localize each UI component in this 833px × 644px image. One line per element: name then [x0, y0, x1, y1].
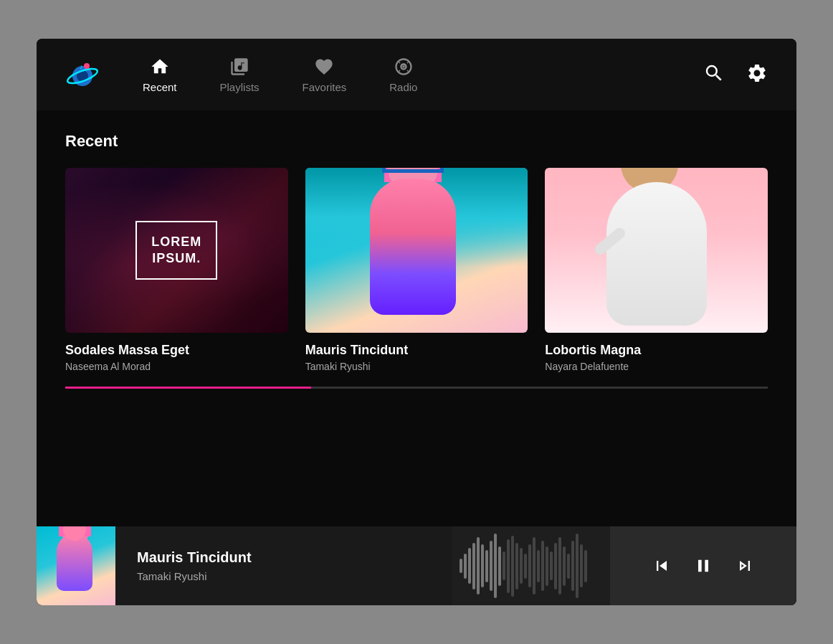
search-button[interactable]: [703, 62, 725, 87]
card-artwork-teal: [305, 168, 528, 333]
card-lobortis[interactable]: Lobortis Magna Nayara Delafuente: [545, 168, 768, 372]
logo: ♪: [65, 56, 100, 93]
card-artist-3: Nayara Delafuente: [545, 361, 768, 372]
card-image-1: LOREM IPSUM.: [65, 168, 288, 333]
card-image-3: [545, 168, 768, 333]
home-icon: [150, 57, 170, 77]
card-artwork-abstract: LOREM IPSUM.: [65, 168, 288, 333]
skip-prev-icon: [652, 556, 672, 576]
player-thumb-artwork: [37, 526, 115, 605]
next-button[interactable]: [735, 556, 755, 576]
svg-point-3: [84, 63, 90, 69]
svg-text:♪: ♪: [80, 63, 83, 70]
lorem-ipsum-box: LOREM IPSUM.: [135, 221, 217, 280]
nav-item-favorites[interactable]: Favorites: [303, 57, 347, 93]
lorem-line1: LOREM: [151, 234, 201, 250]
pause-button[interactable]: [693, 556, 713, 576]
nav-item-favorites-label: Favorites: [303, 81, 347, 93]
progress-bar-container[interactable]: [65, 387, 768, 389]
playlists-icon: [229, 57, 249, 77]
nav-item-playlists[interactable]: Playlists: [220, 57, 260, 93]
nav-item-radio[interactable]: Radio: [389, 57, 417, 93]
card-artwork-pink: [545, 168, 768, 333]
player-thumbnail: [37, 526, 115, 605]
card-mauris[interactable]: Mauris Tincidunt Tamaki Ryushi: [305, 168, 528, 372]
player-controls: [610, 526, 796, 605]
card-title-2: Mauris Tincidunt: [305, 343, 528, 358]
settings-button[interactable]: [746, 62, 768, 87]
progress-bar-fill: [65, 387, 311, 389]
pause-icon: [693, 556, 713, 576]
skip-next-icon: [735, 556, 755, 576]
player-waveform: [452, 526, 610, 605]
card-artist-2: Tamaki Ryushi: [305, 361, 528, 372]
app-container: ♪ Recent Playlists: [37, 39, 796, 605]
nav-items: Recent Playlists Favorites: [143, 57, 703, 93]
prev-button[interactable]: [652, 556, 672, 576]
section-title: Recent: [65, 132, 768, 151]
card-title-1: Sodales Massa Eget: [65, 343, 288, 358]
card-sodales[interactable]: LOREM IPSUM. Sodales Massa Eget Naseema …: [65, 168, 288, 372]
nav-item-recent[interactable]: Recent: [143, 57, 177, 93]
figure-3: [545, 168, 768, 333]
card-title-3: Lobortis Magna: [545, 343, 768, 358]
figure-2: [305, 168, 528, 333]
main-content: Recent LOREM IPSUM. Sodales Massa Eget N…: [37, 110, 796, 526]
favorites-icon: [314, 57, 334, 77]
svg-point-5: [402, 65, 405, 68]
search-icon: [703, 62, 725, 84]
nav-bar: ♪ Recent Playlists: [37, 39, 796, 110]
lorem-line2: IPSUM.: [151, 250, 201, 267]
gear-icon: [746, 62, 768, 84]
card-image-2: [305, 168, 528, 333]
card-artist-1: Naseema Al Morad: [65, 361, 288, 372]
nav-actions: [703, 62, 768, 87]
radio-icon: [394, 57, 414, 77]
nav-item-recent-label: Recent: [143, 81, 177, 93]
player-track-title: Mauris Tincidunt: [137, 549, 431, 566]
cards-row: LOREM IPSUM. Sodales Massa Eget Naseema …: [65, 168, 768, 372]
nav-item-radio-label: Radio: [389, 81, 417, 93]
player-info: Mauris Tincidunt Tamaki Ryushi: [115, 549, 452, 582]
player-bar: Mauris Tincidunt Tamaki Ryushi: [37, 526, 796, 605]
nav-item-playlists-label: Playlists: [220, 81, 260, 93]
player-track-artist: Tamaki Ryushi: [137, 570, 431, 582]
